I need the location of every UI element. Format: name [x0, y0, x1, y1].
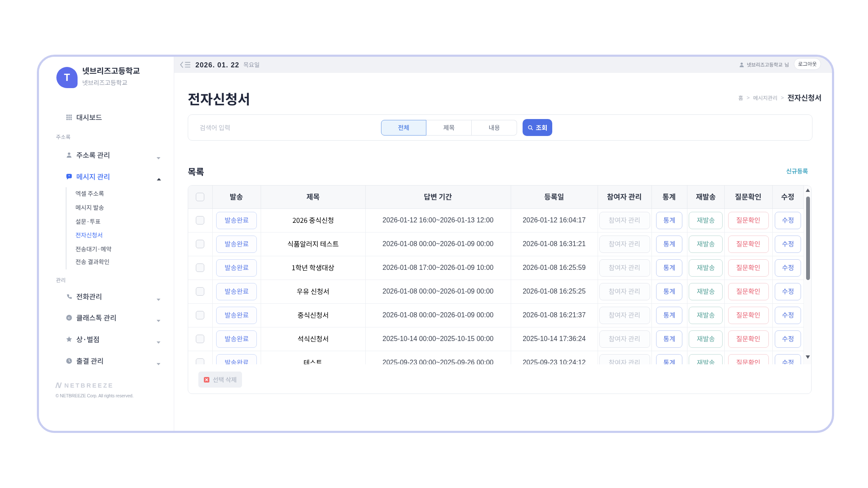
svg-text:C: C — [68, 316, 70, 320]
